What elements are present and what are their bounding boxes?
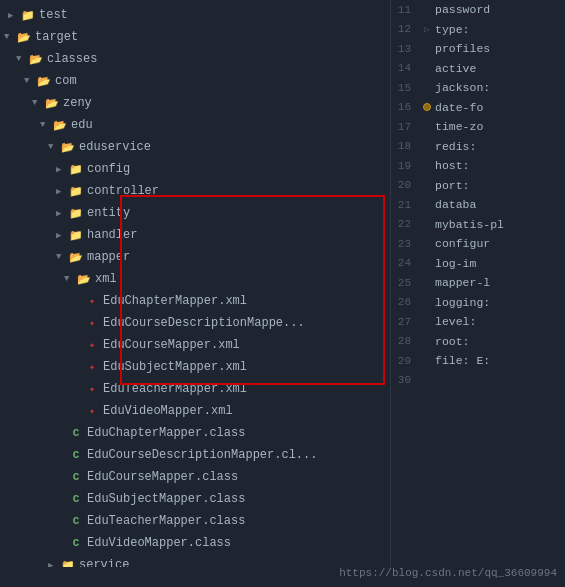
folder-icon-controller: 📁 (68, 184, 84, 198)
class-file-icon-green3: C (68, 470, 84, 484)
folder-icon-xml: 📂 (76, 272, 92, 286)
tree-item-educoursemapper-class[interactable]: C EduCourseMapper.class (0, 466, 390, 488)
tree-item-educhaptermapper-class[interactable]: C EduChapterMapper.class (0, 422, 390, 444)
tree-item-educoursedescriptionmapper-class[interactable]: C EduCourseDescriptionMapper.cl... (0, 444, 390, 466)
line-content-11: password (435, 3, 490, 16)
folder-icon-mapper: 📂 (68, 250, 84, 264)
tree-item-educoursedescriptionmapper-xml[interactable]: ✦ EduCourseDescriptionMappe... (0, 312, 390, 334)
code-editor-panel: 11 password 12 ▷ type: 13 profiles 14 ac… (390, 0, 565, 587)
xml-file-icon4: ✦ (84, 360, 100, 374)
line-num-22: 22 (391, 218, 419, 230)
code-line-22: 22 mybatis-pl (391, 215, 565, 235)
code-line-27: 27 level: (391, 312, 565, 332)
tree-item-target[interactable]: ▼ 📂 target (0, 26, 390, 48)
line-content-22: mybatis-pl (435, 218, 504, 231)
code-line-12: 12 ▷ type: (391, 20, 565, 40)
line-num-16: 16 (391, 101, 419, 113)
line-num-12: 12 (391, 23, 419, 35)
tree-item-edusubjectmapper-xml[interactable]: ✦ EduSubjectMapper.xml (0, 356, 390, 378)
line-num-20: 20 (391, 179, 419, 191)
line-num-24: 24 (391, 257, 419, 269)
line-content-28: root: (435, 335, 470, 348)
folder-icon-zeny: 📂 (44, 96, 60, 110)
label-educoursedescriptionmapper-class: EduCourseDescriptionMapper.cl... (87, 448, 317, 462)
label-edu: edu (71, 118, 93, 132)
tree-item-entity[interactable]: ▶ 📁 entity (0, 202, 390, 224)
watermark-text: https://blog.csdn.net/qq_36609994 (339, 567, 557, 579)
tree-item-eduvideomapper-class[interactable]: C EduVideoMapper.class (0, 532, 390, 554)
tree-item-controller[interactable]: ▶ 📁 controller (0, 180, 390, 202)
tree-item-eduteachermapper-xml[interactable]: ✦ EduTeacherMapper.xml (0, 378, 390, 400)
arrow-controller: ▶ (56, 186, 68, 197)
line-num-26: 26 (391, 296, 419, 308)
line-num-30: 30 (391, 374, 419, 386)
line-content-27: level: (435, 315, 476, 328)
code-lines: 11 password 12 ▷ type: 13 profiles 14 ac… (391, 0, 565, 587)
tree-item-eduteachermapper-class[interactable]: C EduTeacherMapper.class (0, 510, 390, 532)
tree-item-edusubjectmapper-class[interactable]: C EduSubjectMapper.class (0, 488, 390, 510)
line-content-25: mapper-l (435, 276, 490, 289)
line-content-18: redis: (435, 140, 476, 153)
class-file-icon-green: C (68, 426, 84, 440)
label-config: config (87, 162, 130, 176)
class-file-icon-green6: C (68, 536, 84, 550)
line-content-14: active (435, 62, 476, 75)
xml-file-icon3: ✦ (84, 338, 100, 352)
tree-item-educoursemapper-xml[interactable]: ✦ EduCourseMapper.xml (0, 334, 390, 356)
label-educhaptermapper-xml: EduChapterMapper.xml (103, 294, 247, 308)
line-num-14: 14 (391, 62, 419, 74)
arrow-com: ▼ (24, 76, 36, 86)
label-educhaptermapper-class: EduChapterMapper.class (87, 426, 245, 440)
tree-item-com[interactable]: ▼ 📂 com (0, 70, 390, 92)
line-content-20: port: (435, 179, 470, 192)
tree-item-classes[interactable]: ▼ 📂 classes (0, 48, 390, 70)
line-content-19: host: (435, 159, 470, 172)
label-entity: entity (87, 206, 130, 220)
tree-item-educhaptermapper-xml[interactable]: ✦ EduChapterMapper.xml (0, 290, 390, 312)
tree-item-edu[interactable]: ▼ 📂 edu (0, 114, 390, 136)
code-line-28: 28 root: (391, 332, 565, 352)
code-line-19: 19 host: (391, 156, 565, 176)
tree-item-zeny[interactable]: ▼ 📂 zeny (0, 92, 390, 114)
tree-item-eduvideomapper-xml[interactable]: ✦ EduVideoMapper.xml (0, 400, 390, 422)
line-num-13: 13 (391, 43, 419, 55)
arrow-config: ▶ (56, 164, 68, 175)
code-line-18: 18 redis: (391, 137, 565, 157)
tree-item-handler[interactable]: ▶ 📁 handler (0, 224, 390, 246)
line-num-27: 27 (391, 316, 419, 328)
code-line-25: 25 mapper-l (391, 273, 565, 293)
label-educoursemapper-class: EduCourseMapper.class (87, 470, 238, 484)
folder-icon-entity: 📁 (68, 206, 84, 220)
label-educoursedescriptionmapper-xml: EduCourseDescriptionMappe... (103, 316, 305, 330)
label-zeny: zeny (63, 96, 92, 110)
line-num-18: 18 (391, 140, 419, 152)
line-content-23: configur (435, 237, 490, 250)
arrow-classes: ▼ (16, 54, 28, 64)
class-file-icon-green4: C (68, 492, 84, 506)
label-eduteachermapper-class: EduTeacherMapper.class (87, 514, 245, 528)
line-num-23: 23 (391, 238, 419, 250)
line-num-17: 17 (391, 121, 419, 133)
code-line-24: 24 log-im (391, 254, 565, 274)
label-eduteachermapper-xml: EduTeacherMapper.xml (103, 382, 247, 396)
xml-file-icon2: ✦ (84, 316, 100, 330)
label-com: com (55, 74, 77, 88)
tree-item-test[interactable]: ▶ 📁 test (0, 4, 390, 26)
folder-icon-com: 📂 (36, 74, 52, 88)
code-line-29: 29 file: E: (391, 351, 565, 371)
code-line-26: 26 logging: (391, 293, 565, 313)
label-handler: handler (87, 228, 137, 242)
tree-item-eduservice[interactable]: ▼ 📂 eduservice (0, 136, 390, 158)
folder-icon-config: 📁 (68, 162, 84, 176)
code-line-16: 16 date-fo (391, 98, 565, 118)
tree-item-mapper[interactable]: ▼ 📂 mapper (0, 246, 390, 268)
line-num-15: 15 (391, 82, 419, 94)
code-line-13: 13 profiles (391, 39, 565, 59)
line-num-19: 19 (391, 160, 419, 172)
tree-item-xml[interactable]: ▼ 📂 xml (0, 268, 390, 290)
tree-item-config[interactable]: ▶ 📁 config (0, 158, 390, 180)
arrow-test: ▶ (8, 10, 20, 21)
label-classes: classes (47, 52, 97, 66)
tree-container: ▶ 📁 test ▼ 📂 target ▼ 📂 classes ▼ 📂 com (0, 0, 390, 587)
folder-icon-handler: 📁 (68, 228, 84, 242)
